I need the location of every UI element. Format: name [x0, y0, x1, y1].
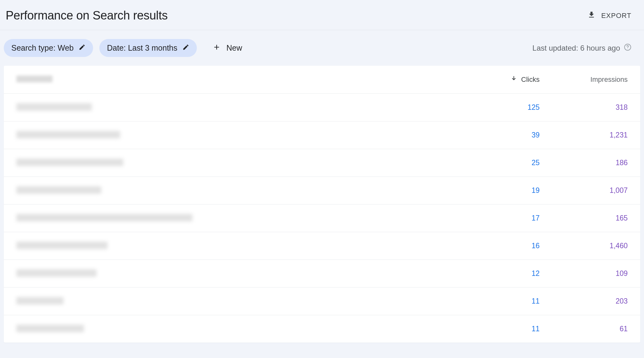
table-row[interactable]: 391,231 — [4, 121, 640, 149]
filter-search-type-label: Search type: Web — [11, 43, 74, 53]
pencil-icon — [79, 43, 86, 53]
row-clicks-value: 19 — [470, 176, 552, 204]
download-icon — [587, 11, 596, 21]
last-updated: Last updated: 6 hours ago — [532, 43, 631, 53]
row-query-cell — [4, 121, 470, 149]
export-label: EXPORT — [601, 12, 631, 20]
filter-date-label: Date: Last 3 months — [107, 43, 177, 53]
table-row[interactable]: 125318 — [4, 93, 640, 121]
row-query-cell — [4, 204, 470, 232]
blurred-text — [16, 269, 97, 277]
row-query-cell — [4, 176, 470, 204]
add-filter-button[interactable]: New — [207, 39, 248, 57]
row-impressions-value: 165 — [552, 204, 640, 232]
page-title: Performance on Search results — [6, 9, 168, 22]
row-impressions-value: 1,231 — [552, 121, 640, 149]
table-header-row: Clicks Impressions — [4, 66, 640, 93]
row-query-cell — [4, 315, 470, 343]
blurred-text — [16, 131, 120, 138]
table-row[interactable]: 12109 — [4, 260, 640, 287]
column-header-impressions[interactable]: Impressions — [552, 66, 640, 93]
last-updated-text: Last updated: 6 hours ago — [532, 44, 620, 53]
row-impressions-value: 203 — [552, 287, 640, 315]
blurred-text — [16, 297, 64, 305]
blurred-text — [16, 159, 123, 166]
filters-left: Search type: Web Date: Last 3 months New — [4, 39, 248, 57]
filter-search-type[interactable]: Search type: Web — [4, 39, 93, 57]
row-clicks-value: 25 — [470, 149, 552, 176]
filter-date[interactable]: Date: Last 3 months — [99, 39, 197, 57]
row-impressions-value: 109 — [552, 260, 640, 287]
table-row[interactable]: 25186 — [4, 149, 640, 176]
table-row[interactable]: 191,007 — [4, 176, 640, 204]
page-header: Performance on Search results EXPORT — [0, 0, 644, 30]
blurred-text — [16, 242, 108, 249]
row-clicks-value: 39 — [470, 121, 552, 149]
data-table-container: Clicks Impressions 125318 391,231 25186 … — [4, 66, 640, 343]
row-query-cell — [4, 260, 470, 287]
blurred-header-text — [16, 76, 53, 82]
row-query-cell — [4, 93, 470, 121]
table-row[interactable]: 1161 — [4, 315, 640, 343]
blurred-text — [16, 325, 84, 332]
filters-row: Search type: Web Date: Last 3 months New… — [0, 30, 644, 66]
row-query-cell — [4, 287, 470, 315]
pencil-icon — [182, 43, 189, 53]
impressions-label: Impressions — [590, 76, 628, 83]
data-table: Clicks Impressions 125318 391,231 25186 … — [4, 66, 640, 343]
blurred-text — [16, 103, 92, 111]
row-impressions-value: 318 — [552, 93, 640, 121]
table-row[interactable]: 17165 — [4, 204, 640, 232]
row-impressions-value: 61 — [552, 315, 640, 343]
blurred-text — [16, 214, 192, 221]
row-query-cell — [4, 232, 470, 260]
row-impressions-value: 1,007 — [552, 176, 640, 204]
row-clicks-value: 12 — [470, 260, 552, 287]
new-label: New — [226, 43, 242, 53]
table-row[interactable]: 161,460 — [4, 232, 640, 260]
row-clicks-value: 11 — [470, 315, 552, 343]
arrow-down-icon — [510, 75, 517, 84]
export-button[interactable]: EXPORT — [587, 11, 631, 21]
row-clicks-value: 16 — [470, 232, 552, 260]
row-impressions-value: 1,460 — [552, 232, 640, 260]
table-row[interactable]: 11203 — [4, 287, 640, 315]
row-impressions-value: 186 — [552, 149, 640, 176]
clicks-label: Clicks — [521, 76, 540, 84]
column-header-query[interactable] — [4, 66, 470, 93]
row-clicks-value: 11 — [470, 287, 552, 315]
row-query-cell — [4, 149, 470, 176]
plus-icon — [213, 43, 221, 53]
svg-point-1 — [627, 48, 628, 49]
row-clicks-value: 125 — [470, 93, 552, 121]
help-icon[interactable] — [624, 43, 631, 53]
blurred-text — [16, 186, 101, 194]
row-clicks-value: 17 — [470, 204, 552, 232]
column-header-clicks[interactable]: Clicks — [470, 66, 552, 93]
